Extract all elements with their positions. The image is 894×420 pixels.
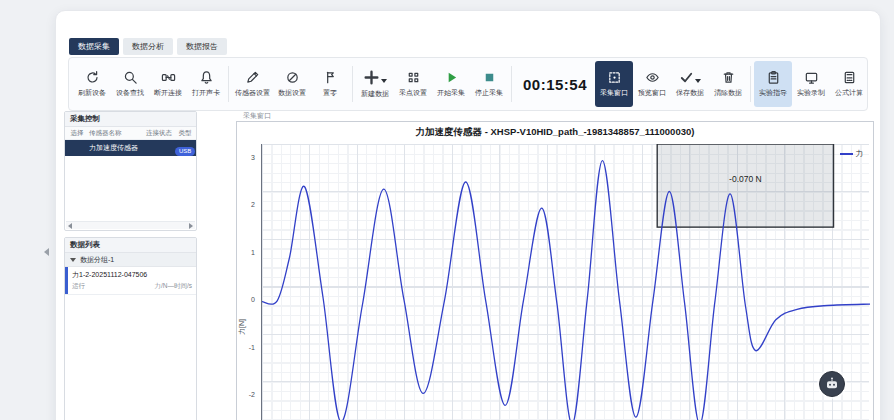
button-label: 采集窗口 [600, 88, 628, 98]
tab-data-analysis[interactable]: 数据分析 [123, 38, 173, 55]
acquisition-timer: 00:15:54 [523, 76, 587, 93]
dropdown-caret-icon[interactable] [695, 79, 701, 83]
sensor-settings-button[interactable]: 传感器设置 [232, 61, 273, 107]
svg-text:-0.070 N: -0.070 N [729, 174, 762, 184]
save-data-button[interactable]: 保存数据 [671, 61, 709, 107]
search-icon [123, 70, 138, 85]
button-label: 数据设置 [278, 88, 306, 98]
data-group-row[interactable]: 数据分组-1 [65, 253, 196, 267]
column-select: 选择 [65, 129, 89, 138]
button-label: 设备查找 [116, 88, 144, 98]
check-icon [679, 70, 694, 85]
y-tick-label: 1 [251, 249, 255, 256]
sound-card-button[interactable]: 打开声卡 [187, 61, 225, 107]
plot-area[interactable]: -0.070 N 力 [261, 144, 869, 420]
scroll-left-icon[interactable] [68, 223, 72, 229]
y-axis-ticks: 3210-1-2 [237, 144, 258, 420]
toolbar: 刷新设备 设备查找 断开连接 打开声卡 传感器设置 数据设置 置零 [68, 57, 868, 111]
app-window: 数据采集 数据分析 数据报告 刷新设备 设备查找 断开连接 打开声卡 传感器设置… [55, 10, 881, 420]
chart-panel: 力加速度传感器 - XHSP-V10HID_path_-1981348857_1… [236, 121, 874, 420]
chart-canvas: -0.070 N [262, 144, 870, 420]
column-sensor-name: 传感器名称 [89, 129, 143, 138]
start-acquisition-button[interactable]: 开始采集 [432, 61, 470, 107]
flag-icon [323, 70, 338, 85]
button-label: 实验指导 [759, 88, 787, 98]
y-tick-label: 0 [251, 296, 255, 303]
capture-area-label: 采集窗口 [243, 111, 271, 121]
bell-icon [199, 70, 214, 85]
sensor-name: 力加速度传感器 [89, 143, 143, 153]
button-label: 置零 [323, 88, 337, 98]
new-data-button[interactable]: 新建数据 [356, 61, 394, 107]
button-label: 新建数据 [361, 89, 389, 99]
horizontal-scrollbar[interactable] [66, 221, 195, 229]
button-label: 实验录制 [797, 88, 825, 98]
data-group-label: 数据分组-1 [80, 255, 114, 265]
experiment-guide-button[interactable]: 实验指导 [754, 61, 792, 107]
eye-icon [645, 70, 660, 85]
scroll-right-icon[interactable] [189, 223, 193, 229]
toolbar-separator [750, 66, 751, 102]
button-label: 打开声卡 [192, 88, 220, 98]
preview-window-button[interactable]: 预览窗口 [633, 61, 671, 107]
sample-settings-button[interactable]: 采点设置 [394, 61, 432, 107]
type-badge: USB [175, 147, 195, 156]
expand-caret-icon[interactable] [70, 258, 76, 262]
item-meta: 力/N—时间/s [154, 282, 192, 291]
item-accent-bar [65, 267, 68, 294]
button-label: 公式计算 [835, 88, 863, 98]
data-settings-button[interactable]: 数据设置 [273, 61, 311, 107]
button-label: 采点设置 [399, 88, 427, 98]
left-sidebar: 采集控制 选择 传感器名称 连接状态 类型 力加速度传感器 USB 数据列表 [64, 111, 197, 420]
trash-icon [721, 70, 736, 85]
button-label: 保存数据 [676, 88, 704, 98]
slashed-circle-icon [285, 70, 300, 85]
main-tabs: 数据采集 数据分析 数据报告 [69, 38, 227, 55]
experiment-record-button[interactable]: 实验录制 [792, 61, 830, 107]
zero-set-button[interactable]: 置零 [311, 61, 349, 107]
chart-legend: 力 [840, 149, 864, 159]
item-state: 运行 [72, 282, 85, 291]
search-device-button[interactable]: 设备查找 [111, 61, 149, 107]
capture-control-title: 采集控制 [65, 112, 196, 127]
capture-control-panel: 采集控制 选择 传感器名称 连接状态 类型 力加速度传感器 USB [64, 111, 197, 231]
button-label: 预览窗口 [638, 88, 666, 98]
robot-icon [824, 376, 840, 392]
disconnect-icon [161, 70, 176, 85]
clear-data-button[interactable]: 清除数据 [709, 61, 747, 107]
grid-dots-icon [406, 70, 421, 85]
toolbar-separator [511, 66, 512, 102]
button-label: 传感器设置 [235, 88, 270, 98]
play-icon [444, 70, 459, 85]
y-tick-label: 3 [251, 154, 255, 161]
sensor-row[interactable]: 力加速度传感器 USB [65, 140, 196, 156]
capture-frame-icon [607, 70, 622, 85]
capture-window-button[interactable]: 采集窗口 [595, 61, 633, 107]
legend-line-icon [840, 153, 853, 155]
button-label: 清除数据 [714, 88, 742, 98]
y-tick-label: 2 [251, 201, 255, 208]
legend-label: 力 [856, 149, 864, 159]
monitor-icon [804, 70, 819, 85]
y-tick-label: -1 [249, 344, 255, 351]
formula-calc-button[interactable]: 公式计算 [830, 61, 868, 107]
chart-title: 力加速度传感器 - XHSP-V10HID_path_-1981348857_1… [237, 126, 873, 139]
data-list-item[interactable]: 力1-2-20251112-047506 运行 力/N—时间/s [65, 267, 196, 295]
column-type: 类型 [175, 129, 195, 138]
calculator-icon [842, 70, 857, 85]
plus-icon [363, 69, 380, 86]
dropdown-caret-icon[interactable] [381, 79, 387, 83]
stop-acquisition-button[interactable]: 停止采集 [470, 61, 508, 107]
button-label: 刷新设备 [78, 88, 106, 98]
data-list-title: 数据列表 [65, 238, 196, 253]
sidebar-collapse-icon[interactable] [44, 248, 49, 256]
disconnect-device-button[interactable]: 断开连接 [149, 61, 187, 107]
button-label: 停止采集 [475, 88, 503, 98]
tab-data-acquisition[interactable]: 数据采集 [69, 38, 119, 55]
tab-data-report[interactable]: 数据报告 [177, 38, 227, 55]
refresh-device-button[interactable]: 刷新设备 [73, 61, 111, 107]
y-tick-label: -2 [249, 391, 255, 398]
button-label: 开始采集 [437, 88, 465, 98]
assistant-button[interactable] [819, 371, 845, 397]
data-list-panel: 数据列表 数据分组-1 力1-2-20251112-047506 运行 力/N—… [64, 237, 197, 420]
